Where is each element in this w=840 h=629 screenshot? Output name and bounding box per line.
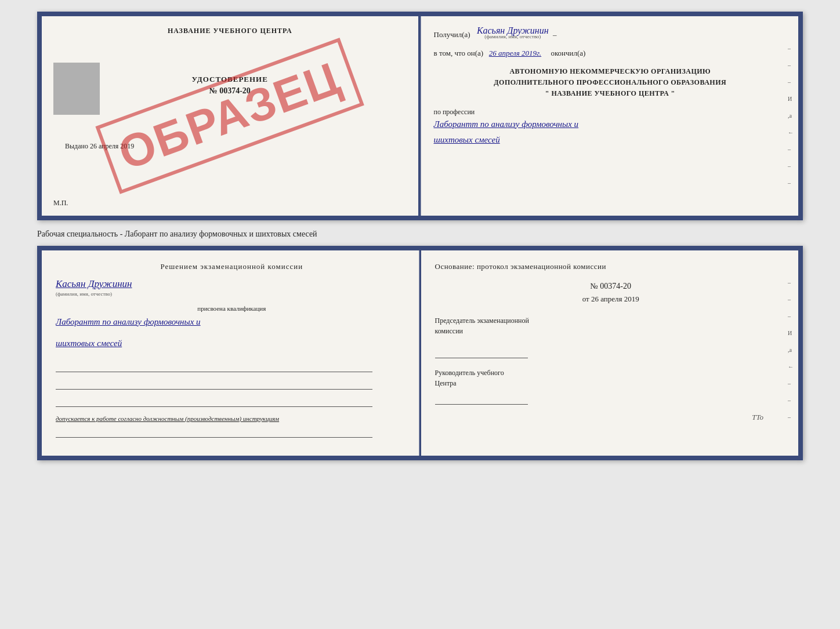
kval-line2: шихтовых смесей — [56, 336, 408, 351]
dopusk-sig-line — [56, 427, 372, 438]
document-wrapper: НАЗВАНИЕ УЧЕБНОГО ЦЕНТРА УДОСТОВЕРЕНИЕ №… — [37, 12, 803, 460]
cert-left-page: НАЗВАНИЕ УЧЕБНОГО ЦЕНТРА УДОСТОВЕРЕНИЕ №… — [42, 16, 420, 216]
poluchil-subtitle: (фамилия, имя, отчество) — [484, 34, 541, 39]
specialty-text: Рабочая специальность - Лаборант по анал… — [37, 230, 317, 239]
professiya-line1: Лаборантт по анализу формовочных и — [434, 117, 787, 132]
mp-label: М.П. — [53, 199, 68, 208]
predsedatel-text: Председатель экзаменационной комиссии — [435, 315, 787, 336]
vtom-date: 26 апреля 2019г. — [489, 49, 541, 57]
bottom-right-side-marks: – – – И ,а ← – – – — [788, 279, 794, 420]
vydano-line: Выдано 26 апреля 2019 — [65, 142, 134, 151]
obrazec-stamp: ОБРАЗЕЦ — [96, 38, 364, 194]
resheniem-text: Решением экзаменационной комиссии — [56, 261, 408, 272]
professiya-line2: шихтовых смесей — [434, 132, 787, 148]
sig-line-1 — [56, 362, 372, 372]
vtom-line: в том, что он(а) 26 апреля 2019г. окончи… — [434, 49, 787, 58]
osnovaniye-text: Основание: протокол экзаменационной коми… — [435, 261, 787, 272]
kasyan-name-container: Касьян Дружинин (фамилия, имя, отчество) — [56, 278, 408, 303]
protocol-number: № 00374-20 — [435, 282, 787, 291]
udost-label: УДОСТОВЕРЕНИЕ — [192, 75, 268, 84]
po-professii-label: по профессии — [434, 108, 787, 117]
dopuskaetsya-text: допускается к работе согласно должностны… — [56, 414, 408, 424]
bottom-certificate-book: Решением экзаменационной комиссии Касьян… — [37, 246, 803, 460]
rukovoditel-text: Руководитель учебного Центра — [435, 368, 787, 388]
cert-title: НАЗВАНИЕ УЧЕБНОГО ЦЕНТРА — [168, 27, 292, 35]
tto-mark: TTo — [752, 413, 763, 422]
cert-right-page: Получил(а) Касьян Дружинин (фамилия, имя… — [420, 16, 799, 216]
kval-line1: Лаборантт по анализу формовочных и — [56, 314, 408, 330]
sig-line-3 — [56, 397, 372, 407]
bottom-right-page: Основание: протокол экзаменационной коми… — [421, 250, 799, 456]
top-certificate-book: НАЗВАНИЕ УЧЕБНОГО ЦЕНТРА УДОСТОВЕРЕНИЕ №… — [37, 12, 803, 220]
prisvoena-label: присвоена квалификация — [56, 305, 408, 312]
photo-placeholder — [53, 63, 100, 115]
avtonom-block: АВТОНОМНУЮ НЕКОММЕРЧЕСКУЮ ОРГАНИЗАЦИЮ ДО… — [434, 66, 787, 100]
predsedatel-sig-line — [435, 348, 528, 358]
right-side-marks: – – – И ,а ← – – – — [788, 45, 794, 186]
familiya-subtitle: (фамилия, имя, отчество) — [56, 291, 112, 297]
ot-date-text: от 26 апреля 2019 — [435, 294, 787, 304]
bottom-lines — [56, 362, 408, 407]
bottom-left-page: Решением экзаменационной комиссии Касьян… — [42, 250, 421, 456]
sig-line-2 — [56, 379, 372, 390]
poluchil-line: Получил(а) Касьян Дружинин (фамилия, имя… — [434, 26, 787, 39]
udost-number: № 00374-20 — [209, 86, 251, 96]
kasyan-name: Касьян Дружинин — [56, 278, 132, 290]
rukovoditel-sig-line — [435, 394, 528, 405]
